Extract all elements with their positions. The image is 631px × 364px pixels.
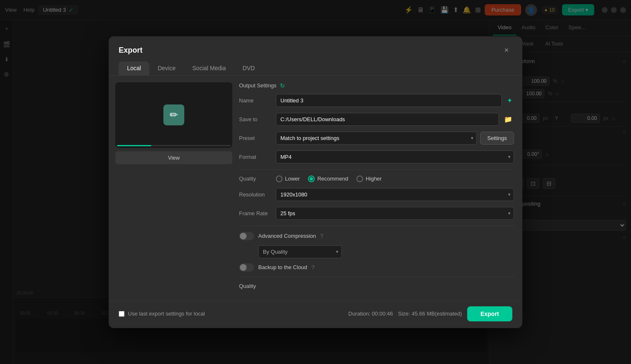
modal-body: ✏ View Output Settings ↻ Name ✦ S <box>109 76 522 301</box>
quality-recommend-label: Recommend <box>317 176 348 182</box>
by-quality-row: By Quality By Bitrate ▾ <box>239 245 514 258</box>
preset-label: Preset <box>239 135 272 141</box>
modal-footer: Use last export settings for local Durat… <box>109 301 522 328</box>
frame-rate-select-wrap: 24 fps 25 fps 30 fps 60 fps ▾ <box>276 207 514 220</box>
backup-toggle[interactable] <box>239 263 254 272</box>
settings-divider-2 <box>239 226 514 226</box>
preview-thumbnail: ✏ <box>115 82 232 148</box>
refresh-icon[interactable]: ↻ <box>280 82 285 89</box>
footer-checkbox-area: Use last export settings for local <box>119 311 205 317</box>
advanced-compression-section: Advanced Compression ? By Quality By Bit… <box>239 232 514 258</box>
modal-close-button[interactable]: × <box>501 45 512 56</box>
resolution-label: Resolution <box>239 191 272 198</box>
frame-rate-row: Frame Rate 24 fps 25 fps 30 fps 60 fps ▾ <box>239 207 514 220</box>
quality-row: Quality Lower Recommend Higher <box>239 176 514 182</box>
export-modal: Export × Local Device Social Media DVD ✏… <box>109 36 522 328</box>
quality-lower-label: Lower <box>285 176 300 182</box>
quality-bottom-title: Quality <box>239 283 514 289</box>
quality-radio-group: Lower Recommend Higher <box>276 176 382 182</box>
backup-row: Backup to the Cloud ? <box>239 263 514 272</box>
advanced-compression-toggle[interactable] <box>239 232 254 240</box>
settings-divider-1 <box>239 169 514 170</box>
preset-select[interactable]: Match to project settings Custom <box>276 132 477 145</box>
by-quality-select[interactable]: By Quality By Bitrate <box>258 245 342 258</box>
name-input[interactable] <box>276 94 502 107</box>
quality-label: Quality <box>239 176 272 182</box>
advanced-compression-help-icon[interactable]: ? <box>320 233 323 239</box>
settings-button[interactable]: Settings <box>480 132 514 145</box>
backup-label: Backup to the Cloud <box>258 264 307 270</box>
frame-rate-label: Frame Rate <box>239 210 272 216</box>
modal-preview: ✏ View <box>115 82 232 294</box>
preset-select-wrap: Match to project settings Custom ▾ <box>276 132 477 145</box>
resolution-select[interactable]: 1920x1080 1280x720 3840x2160 <box>276 188 514 201</box>
save-to-label: Save to <box>239 116 272 122</box>
last-settings-checkbox[interactable] <box>119 311 125 317</box>
resolution-row: Resolution 1920x1080 1280x720 3840x2160 … <box>239 188 514 201</box>
edit-button[interactable]: View <box>115 151 232 164</box>
folder-button[interactable]: 📁 <box>502 114 514 125</box>
preview-icon: ✏ <box>163 104 184 125</box>
quality-bottom-section: Quality <box>239 283 514 289</box>
modal-header: Export × <box>109 36 522 56</box>
format-label: Format <box>239 154 272 160</box>
settings-divider-3 <box>239 277 514 277</box>
quality-higher-option[interactable]: Higher <box>356 176 382 182</box>
advanced-compression-label: Advanced Compression <box>258 233 316 239</box>
footer-size: Size: 45.66 MB(estimated) <box>398 311 462 317</box>
quality-higher-radio[interactable] <box>356 176 363 182</box>
preset-row: Preset Match to project settings Custom … <box>239 132 514 145</box>
format-row: Format MP4 MOV AVI ▾ <box>239 150 514 163</box>
last-settings-label: Use last export settings for local <box>128 311 205 317</box>
quality-higher-label: Higher <box>366 176 382 182</box>
save-to-input[interactable] <box>276 113 499 126</box>
by-quality-select-wrap: By Quality By Bitrate ▾ <box>258 245 342 258</box>
quality-lower-radio[interactable] <box>276 176 282 182</box>
frame-rate-select[interactable]: 24 fps 25 fps 30 fps 60 fps <box>276 207 514 220</box>
resolution-select-wrap: 1920x1080 1280x720 3840x2160 ▾ <box>276 188 514 201</box>
quality-recommend-option[interactable]: Recommend <box>308 176 348 182</box>
modal-tabs: Local Device Social Media DVD <box>109 56 522 76</box>
modal-tab-local[interactable]: Local <box>119 61 149 76</box>
footer-export-button[interactable]: Export <box>467 306 512 321</box>
output-settings-title: Output Settings ↻ <box>239 82 514 89</box>
quality-recommend-radio[interactable] <box>308 176 315 182</box>
backup-help-icon[interactable]: ? <box>311 264 315 271</box>
advanced-compression-row: Advanced Compression ? <box>239 232 514 240</box>
format-select-wrap: MP4 MOV AVI ▾ <box>276 150 514 163</box>
modal-title: Export <box>119 46 142 55</box>
save-to-row: Save to 📁 <box>239 113 514 126</box>
preview-progress <box>117 145 151 146</box>
name-row: Name ✦ <box>239 94 514 107</box>
preview-timeline-bar <box>117 145 231 146</box>
ai-rename-button[interactable]: ✦ <box>505 95 514 106</box>
modal-settings: Output Settings ↻ Name ✦ Save to 📁 Prese… <box>239 82 516 294</box>
modal-tab-dvd[interactable]: DVD <box>234 61 263 76</box>
modal-tab-social[interactable]: Social Media <box>184 61 234 76</box>
format-select[interactable]: MP4 MOV AVI <box>276 150 514 163</box>
name-label: Name <box>239 97 272 104</box>
footer-duration: Duration: 00:00:46 <box>349 311 393 317</box>
modal-tab-device[interactable]: Device <box>149 61 184 76</box>
quality-lower-option[interactable]: Lower <box>276 176 300 182</box>
backup-section: Backup to the Cloud ? <box>239 263 514 272</box>
